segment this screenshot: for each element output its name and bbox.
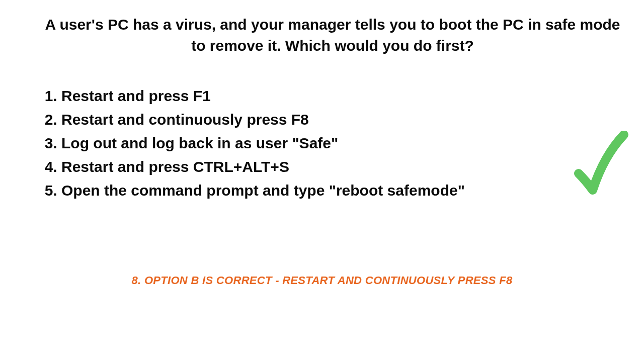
option-5: Open the command prompt and type "reboot… <box>61 179 465 202</box>
options-list: Restart and press F1 Restart and continu… <box>44 84 465 203</box>
checkmark-icon <box>574 131 629 196</box>
answer-text: 8. Option B is correct - Restart and con… <box>0 274 644 287</box>
option-1: Restart and press F1 <box>61 84 465 107</box>
option-2: Restart and continuously press F8 <box>61 108 465 131</box>
question-text: A user's PC has a virus, and your manage… <box>36 14 629 56</box>
option-4: Restart and press CTRL+ALT+S <box>61 155 465 178</box>
option-3: Log out and log back in as user "Safe" <box>61 132 465 154</box>
